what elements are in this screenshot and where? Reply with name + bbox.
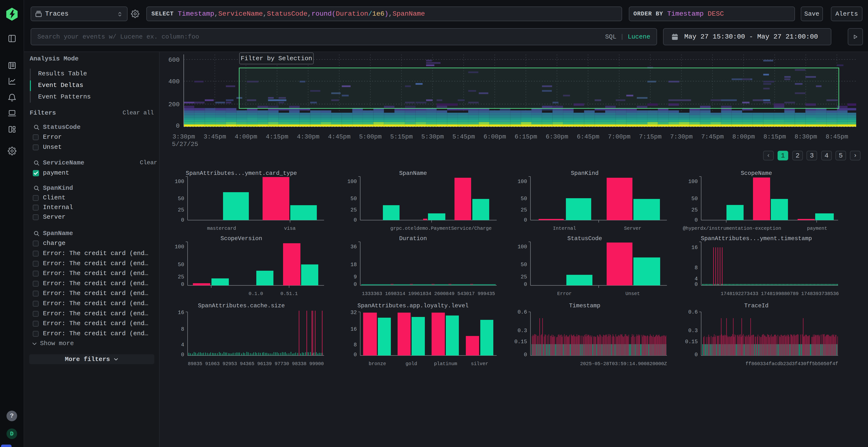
svg-text:50: 50 <box>178 262 184 268</box>
svg-text:1748192273433: 1748192273433 <box>721 291 758 297</box>
svg-text:8:30pm: 8:30pm <box>795 133 817 140</box>
svg-text:0.1.0: 0.1.0 <box>249 291 263 297</box>
svg-text:25: 25 <box>178 274 184 280</box>
svg-text:6:30pm: 6:30pm <box>546 133 568 140</box>
svg-text:32: 32 <box>350 310 357 316</box>
svg-text:18: 18 <box>350 262 357 268</box>
svg-text:6:45pm: 6:45pm <box>577 133 599 140</box>
svg-text:0.15: 0.15 <box>514 339 527 345</box>
svg-text:200: 200 <box>168 101 180 108</box>
svg-text:visa: visa <box>284 226 296 231</box>
svg-text:6:00pm: 6:00pm <box>484 133 506 140</box>
svg-text:2025-05-28T03:59:14.900820000Z: 2025-05-28T03:59:14.900820000Z <box>580 361 667 367</box>
svg-text:0: 0 <box>524 352 527 358</box>
svg-text:SpanAttributes.app.loyalty.lev: SpanAttributes.app.loyalty.level <box>358 303 469 309</box>
svg-text:25: 25 <box>521 207 527 213</box>
svg-text:0: 0 <box>354 281 357 287</box>
svg-text:bronze: bronze <box>369 361 386 367</box>
svg-text:50: 50 <box>521 196 527 202</box>
svg-text:Duration: Duration <box>399 235 427 242</box>
svg-text:0: 0 <box>695 281 698 287</box>
svg-text:4: 4 <box>695 276 698 282</box>
svg-text:ScopeVersion: ScopeVersion <box>221 235 262 242</box>
svg-text:0: 0 <box>181 352 184 358</box>
svg-text:0.3: 0.3 <box>518 328 527 334</box>
svg-text:grpc.oteldemo.PaymentService/C: grpc.oteldemo.PaymentService/Charge <box>390 226 492 231</box>
svg-text:1333363 1698314 19961834 26008: 1333363 1698314 19961834 2600849 543017 … <box>362 291 495 297</box>
svg-text:100: 100 <box>175 244 184 250</box>
svg-text:0: 0 <box>695 352 698 358</box>
svg-text:0.6: 0.6 <box>518 309 527 315</box>
svg-text:89835 91063 92953 94365 96139: 89835 91063 92953 94365 96139 97730 9833… <box>188 361 324 367</box>
svg-text:0: 0 <box>176 122 180 130</box>
svg-text:platinum: platinum <box>434 361 457 367</box>
svg-text:8: 8 <box>354 342 357 348</box>
svg-text:SpanName: SpanName <box>399 170 427 176</box>
svg-text:100: 100 <box>347 179 357 185</box>
svg-text:0.6: 0.6 <box>688 309 698 315</box>
svg-text:4:15pm: 4:15pm <box>266 133 288 140</box>
svg-text:8:45pm: 8:45pm <box>826 133 848 140</box>
svg-text:TraceId: TraceId <box>744 303 769 309</box>
svg-text:Timestamp: Timestamp <box>569 303 600 309</box>
svg-text:8: 8 <box>181 326 184 332</box>
svg-text:4: 4 <box>181 342 184 348</box>
svg-text:0: 0 <box>181 217 184 223</box>
svg-text:SpanAttributes...yment.card_ty: SpanAttributes...yment.card_type <box>186 170 297 176</box>
svg-text:silver: silver <box>471 361 488 367</box>
svg-text:600: 600 <box>168 56 180 64</box>
svg-text:SpanAttributes.cache.size: SpanAttributes.cache.size <box>198 303 285 309</box>
svg-text:Server: Server <box>624 226 641 231</box>
svg-text:7:15pm: 7:15pm <box>639 133 661 140</box>
svg-text:@hyperdx/instrumentation-excep: @hyperdx/instrumentation-exception <box>683 226 781 231</box>
svg-text:7:45pm: 7:45pm <box>701 133 724 140</box>
svg-text:8:00pm: 8:00pm <box>732 133 755 140</box>
svg-text:36: 36 <box>350 244 357 250</box>
svg-text:StatusCode: StatusCode <box>567 235 602 242</box>
svg-text:50: 50 <box>178 196 184 202</box>
svg-text:50: 50 <box>691 196 698 202</box>
svg-text:4:00pm: 4:00pm <box>235 133 257 140</box>
svg-text:5:30pm: 5:30pm <box>421 133 444 140</box>
svg-text:0: 0 <box>524 217 527 223</box>
svg-text:4:30pm: 4:30pm <box>297 133 319 140</box>
svg-text:7:00pm: 7:00pm <box>608 133 630 140</box>
svg-text:8: 8 <box>695 265 698 271</box>
svg-text:5:00pm: 5:00pm <box>359 133 382 140</box>
svg-text:1748199880789: 1748199880789 <box>761 291 799 297</box>
svg-text:25: 25 <box>521 274 527 280</box>
svg-text:ff860334facdb23d3f430ff5b5050f: ff860334facdb23d3f430ff5b5050f4f <box>745 361 838 367</box>
svg-text:16: 16 <box>178 310 184 316</box>
svg-text:0: 0 <box>354 352 357 358</box>
svg-text:0: 0 <box>181 281 184 287</box>
svg-text:100: 100 <box>688 179 698 185</box>
svg-text:8:15pm: 8:15pm <box>763 133 786 140</box>
svg-text:5/27/25: 5/27/25 <box>172 141 198 148</box>
svg-text:50: 50 <box>521 262 527 268</box>
svg-text:0: 0 <box>695 217 698 223</box>
svg-text:25: 25 <box>691 207 698 213</box>
svg-text:payment: payment <box>807 226 827 231</box>
svg-text:Internal: Internal <box>553 226 576 231</box>
svg-text:100: 100 <box>518 179 527 185</box>
svg-text:0: 0 <box>354 217 357 223</box>
svg-text:25: 25 <box>350 207 357 213</box>
svg-text:Unset: Unset <box>625 291 640 297</box>
svg-text:0.15: 0.15 <box>685 339 698 345</box>
svg-text:Error: Error <box>557 291 572 297</box>
svg-text:9: 9 <box>354 274 357 280</box>
svg-text:7:30pm: 7:30pm <box>670 133 693 140</box>
svg-text:3:45pm: 3:45pm <box>204 133 226 140</box>
svg-text:16: 16 <box>691 245 698 251</box>
svg-text:3:30pm: 3:30pm <box>173 133 195 140</box>
svg-text:400: 400 <box>168 78 180 85</box>
svg-text:SpanKind: SpanKind <box>571 170 598 176</box>
svg-text:6:15pm: 6:15pm <box>515 133 537 140</box>
svg-text:4:45pm: 4:45pm <box>328 133 350 140</box>
svg-text:100: 100 <box>175 179 184 185</box>
svg-text:gold: gold <box>406 361 417 367</box>
svg-text:1748393738536: 1748393738536 <box>801 291 839 297</box>
svg-text:100: 100 <box>518 244 527 250</box>
svg-text:0.3: 0.3 <box>688 328 698 334</box>
svg-text:0: 0 <box>524 281 527 287</box>
